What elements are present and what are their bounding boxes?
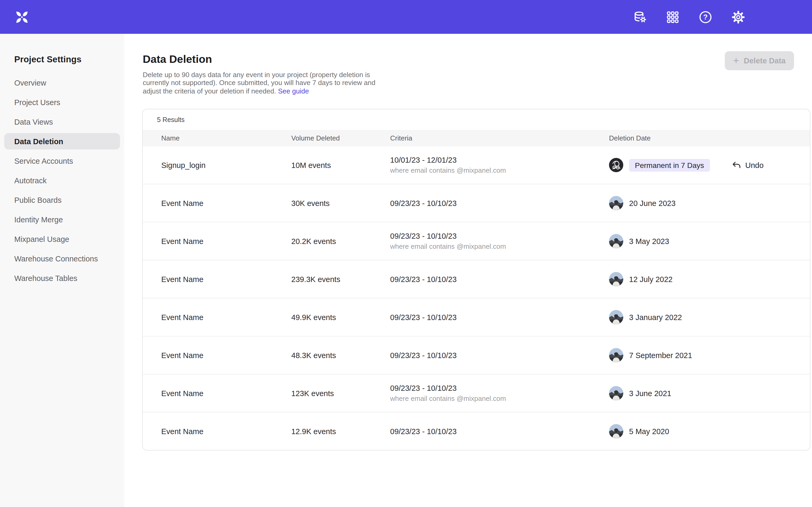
- apps-grid-icon[interactable]: [666, 10, 680, 24]
- see-guide-link[interactable]: See guide: [278, 87, 309, 95]
- table-row: Event Name49.9K events09/23/23 - 10/10/2…: [143, 298, 810, 336]
- user-avatar: [609, 348, 623, 362]
- cell-event-name: Event Name: [161, 199, 291, 207]
- sidebar-item-identity-merge[interactable]: Identity Merge: [4, 210, 120, 229]
- deletion-date-text: 12 July 2022: [629, 275, 672, 283]
- criteria-range: 09/23/23 - 10/10/23: [390, 199, 609, 207]
- table-row: Event Name12.9K events09/23/23 - 10/10/2…: [143, 412, 810, 450]
- criteria-range: 10/01/23 - 12/01/23: [390, 156, 609, 164]
- table-row: Event Name30K events09/23/23 - 10/10/23 …: [143, 184, 810, 222]
- user-avatar: [609, 386, 623, 400]
- table-header-row: Name Volume Deleted Criteria Deletion Da…: [143, 130, 810, 146]
- criteria-range: 09/23/23 - 10/10/23: [390, 351, 609, 359]
- criteria-filter: where email contains @mixpanel.com: [390, 242, 609, 250]
- sidebar-item-label: Service Accounts: [4, 153, 120, 169]
- sidebar-heading: Project Settings: [14, 54, 124, 64]
- column-header-name: Name: [161, 134, 291, 142]
- cell-event-name: Event Name: [161, 351, 291, 359]
- sidebar-item-mixpanel-usage[interactable]: Mixpanel Usage: [4, 229, 120, 249]
- sidebar-item-label: Overview: [4, 74, 120, 91]
- cell-deletion-date: 3 June 2021: [609, 386, 810, 400]
- sidebar-item-overview[interactable]: Overview: [4, 73, 120, 93]
- criteria-range: 09/23/23 - 10/10/23: [390, 232, 609, 240]
- cell-criteria: 09/23/23 - 10/10/23: [390, 275, 609, 283]
- deletion-table-card: 5 Results Name Volume Deleted Criteria D…: [142, 109, 810, 450]
- table-row: Event Name123K events09/23/23 - 10/10/23…: [143, 374, 810, 412]
- cell-event-name: Event Name: [161, 389, 291, 397]
- cell-event-name: Event Name: [161, 313, 291, 321]
- cell-event-name: Event Name: [161, 427, 291, 436]
- criteria-filter: where email contains @mixpanel.com: [390, 166, 609, 174]
- sidebar-item-label: Project Users: [4, 94, 120, 110]
- sidebar-item-label: Warehouse Tables: [4, 270, 120, 286]
- page-title: Data Deletion: [143, 53, 812, 65]
- settings-gear-icon[interactable]: [731, 10, 745, 24]
- sidebar-item-autotrack[interactable]: Autotrack: [4, 171, 120, 190]
- sidebar-item-project-users[interactable]: Project Users: [4, 93, 120, 112]
- top-navigation-bar: ?: [0, 0, 812, 34]
- results-count: 5 Results: [143, 109, 810, 130]
- column-header-criteria: Criteria: [390, 134, 609, 142]
- cell-deletion-date: 20 June 2023: [609, 196, 810, 210]
- sidebar-item-public-boards[interactable]: Public Boards: [4, 190, 120, 210]
- column-header-deletion-date: Deletion Date: [609, 134, 810, 142]
- sidebar-item-warehouse-tables[interactable]: Warehouse Tables: [4, 268, 120, 288]
- cell-criteria: 09/23/23 - 10/10/23: [390, 351, 609, 359]
- cell-criteria: 09/23/23 - 10/10/23where email contains …: [390, 384, 609, 402]
- help-icon[interactable]: ?: [698, 10, 713, 24]
- delete-data-button[interactable]: + Delete Data: [725, 51, 794, 70]
- deletion-date-text: 7 September 2021: [629, 351, 692, 359]
- sidebar-nav: OverviewProject UsersData ViewsData Dele…: [0, 73, 124, 288]
- cell-event-name: Event Name: [161, 275, 291, 283]
- cell-deletion-date: 7 September 2021: [609, 348, 810, 362]
- sidebar-item-label: Data Views: [4, 114, 120, 130]
- cell-criteria: 09/23/23 - 10/10/23where email contains …: [390, 232, 609, 250]
- mixpanel-logo-icon[interactable]: [15, 10, 29, 24]
- data-settings-icon[interactable]: [633, 10, 647, 24]
- undo-icon: [731, 160, 741, 170]
- user-avatar: [609, 272, 623, 286]
- cell-volume-deleted: 20.2K events: [291, 237, 390, 245]
- cell-volume-deleted: 48.3K events: [291, 351, 390, 359]
- user-avatar: [609, 310, 623, 324]
- table-row: Event Name48.3K events09/23/23 - 10/10/2…: [143, 336, 810, 374]
- cell-criteria: 09/23/23 - 10/10/23: [390, 313, 609, 321]
- table-row: Event Name20.2K events09/23/23 - 10/10/2…: [143, 222, 810, 260]
- page-description: Delete up to 90 days data for any event …: [143, 71, 382, 95]
- criteria-range: 09/23/23 - 10/10/23: [390, 384, 609, 392]
- app-root: ? Project Settings OverviewProject Users…: [0, 0, 812, 507]
- cell-volume-deleted: 123K events: [291, 389, 390, 397]
- user-avatar: [609, 424, 623, 438]
- svg-text:?: ?: [703, 13, 708, 21]
- cell-volume-deleted: 49.9K events: [291, 313, 390, 321]
- sidebar-item-warehouse-connections[interactable]: Warehouse Connections: [4, 249, 120, 268]
- user-avatar: [609, 158, 623, 172]
- cell-criteria: 09/23/23 - 10/10/23: [390, 427, 609, 436]
- cell-deletion-date: 3 May 2023: [609, 234, 810, 248]
- deletion-date-text: 3 January 2022: [629, 313, 682, 321]
- project-settings-sidebar: Project Settings OverviewProject UsersDa…: [0, 34, 124, 507]
- undo-button[interactable]: Undo: [731, 160, 763, 170]
- cell-event-name: Signup_login: [161, 161, 291, 169]
- table-row: Event Name239.3K events09/23/23 - 10/10/…: [143, 260, 810, 298]
- sidebar-item-label: Mixpanel Usage: [4, 231, 120, 247]
- delete-data-button-label: Delete Data: [744, 57, 785, 65]
- deletion-date-text: 5 May 2020: [629, 427, 669, 436]
- cell-deletion-date: Permanent in 7 Days Undo: [609, 158, 810, 172]
- cell-criteria: 10/01/23 - 12/01/23where email contains …: [390, 156, 609, 174]
- sidebar-item-data-views[interactable]: Data Views: [4, 112, 120, 131]
- criteria-range: 09/23/23 - 10/10/23: [390, 313, 609, 321]
- cell-deletion-date: 12 July 2022: [609, 272, 810, 286]
- cell-criteria: 09/23/23 - 10/10/23: [390, 199, 609, 207]
- cell-volume-deleted: 12.9K events: [291, 427, 390, 436]
- sidebar-item-data-deletion[interactable]: Data Deletion: [4, 131, 120, 151]
- undo-label: Undo: [745, 161, 763, 169]
- sidebar-item-label: Identity Merge: [4, 211, 120, 228]
- cell-deletion-date: 5 May 2020: [609, 424, 810, 438]
- topbar-icon-group: ?: [633, 0, 745, 34]
- permanent-badge: Permanent in 7 Days: [629, 159, 710, 171]
- cell-event-name: Event Name: [161, 237, 291, 245]
- page-description-text: Delete up to 90 days data for any event …: [143, 71, 375, 95]
- criteria-range: 09/23/23 - 10/10/23: [390, 427, 609, 436]
- sidebar-item-service-accounts[interactable]: Service Accounts: [4, 151, 120, 171]
